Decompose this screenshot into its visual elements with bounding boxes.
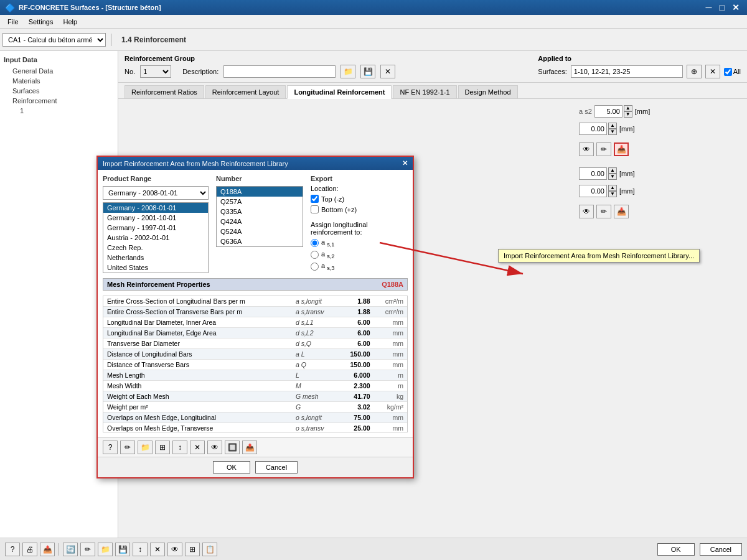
tooltip-box: Import Reinforcement Area from Mesh Rein… xyxy=(498,249,700,263)
main-cancel-button[interactable]: Cancel xyxy=(700,543,742,556)
spin-down-4[interactable]: ▼ xyxy=(608,191,617,197)
spin-input-1[interactable] xyxy=(594,105,622,118)
spin-down-3[interactable]: ▼ xyxy=(608,174,617,180)
bottom-export-btn[interactable]: 📤 xyxy=(40,543,55,556)
spin-down-2[interactable]: ▼ xyxy=(608,129,617,135)
sidebar-item-surfaces[interactable]: Surfaces xyxy=(2,86,115,96)
bottom-save-btn[interactable]: 💾 xyxy=(115,543,130,556)
bottom-vis-btn[interactable]: 👁 xyxy=(167,543,182,556)
folder-icon-btn[interactable]: 📁 xyxy=(341,65,355,78)
sidebar-item-general-data[interactable]: General Data xyxy=(2,66,115,76)
tab-longitudinal-reinforcement[interactable]: Longitudinal Reinforcement xyxy=(287,85,392,99)
number-item-3[interactable]: Q424A xyxy=(217,217,303,226)
surfaces-delete-btn[interactable]: ✕ xyxy=(705,65,720,78)
sidebar-item-materials[interactable]: Materials xyxy=(2,76,115,86)
product-item-0[interactable]: Germany - 2008-01-01 xyxy=(103,203,208,213)
radio-as3[interactable] xyxy=(311,263,319,271)
tab-nf-en[interactable]: NF EN 1992-1-1 xyxy=(393,85,456,98)
number-item-2[interactable]: Q335A xyxy=(217,207,303,217)
edit-btn-2[interactable]: ✏ xyxy=(596,205,611,218)
product-item-3[interactable]: Austria - 2002-01-01 xyxy=(103,233,208,243)
prop-label: Distance of Transverse Bars xyxy=(103,360,292,370)
number-label: Number xyxy=(216,175,303,182)
dialog-del-btn[interactable]: ✕ xyxy=(190,441,205,454)
bottom-sort-btn[interactable]: ↕ xyxy=(133,543,148,556)
module-dropdown[interactable]: CA1 - Calcul du béton armé xyxy=(2,33,106,47)
bottom-paste-btn[interactable]: 📋 xyxy=(202,543,217,556)
dialog-close-btn[interactable]: ✕ xyxy=(402,159,408,167)
section-label: 1.4 Reinforcement xyxy=(116,34,191,45)
product-item-6[interactable]: United States xyxy=(103,263,208,273)
all-checkbox[interactable] xyxy=(724,68,732,76)
sidebar-item-1[interactable]: 1 xyxy=(2,106,115,116)
top-checkbox-row: Top (-z) xyxy=(311,195,408,203)
product-item-4[interactable]: Czech Rep. xyxy=(103,243,208,253)
radio-as1[interactable] xyxy=(311,239,319,247)
spin-input-3[interactable] xyxy=(579,167,607,180)
close-button[interactable]: ✕ xyxy=(730,2,742,12)
prop-value: 6.00 xyxy=(338,317,374,328)
import-mesh-btn[interactable]: 📥 xyxy=(614,142,629,156)
tab-reinforcement-layout[interactable]: Reinforcement Layout xyxy=(205,85,286,98)
surfaces-input[interactable] xyxy=(571,65,683,78)
radio-as2[interactable] xyxy=(311,251,319,259)
bottom-print-btn[interactable]: 🖨 xyxy=(22,543,37,556)
view-btn-1[interactable]: 👁 xyxy=(579,142,594,156)
dialog-help-btn[interactable]: ? xyxy=(103,441,118,454)
dialog-cancel-button[interactable]: Cancel xyxy=(255,461,298,474)
dialog-ok-button[interactable]: OK xyxy=(213,461,250,474)
no-select[interactable]: 1 xyxy=(140,65,171,78)
spin-up-1[interactable]: ▲ xyxy=(624,105,632,111)
spin-up-2[interactable]: ▲ xyxy=(608,123,617,129)
product-dropdown[interactable]: Germany - 2008-01-01 xyxy=(103,186,209,200)
number-item-0[interactable]: Q188A xyxy=(217,187,303,197)
dialog-export-btn[interactable]: 📤 xyxy=(242,441,257,454)
surfaces-select-btn[interactable]: ⊕ xyxy=(687,65,702,78)
spin-up-4[interactable]: ▲ xyxy=(608,185,617,191)
product-item-5[interactable]: Netherlands xyxy=(103,253,208,263)
bottom-edit-btn[interactable]: ✏ xyxy=(80,543,95,556)
bottom-copy-btn[interactable]: ⊞ xyxy=(185,543,200,556)
dialog-sort-btn[interactable]: ↕ xyxy=(172,441,187,454)
dialog-render-btn[interactable]: 🔲 xyxy=(225,441,240,454)
delete-icon-btn[interactable]: ✕ xyxy=(380,65,395,78)
menu-settings[interactable]: Settings xyxy=(24,17,59,27)
top-checkbox[interactable] xyxy=(311,195,319,203)
minimize-button[interactable]: ─ xyxy=(703,2,715,12)
bottom-folder-btn[interactable]: 📁 xyxy=(98,543,113,556)
view-btn-2[interactable]: 👁 xyxy=(579,205,594,218)
number-item-4[interactable]: Q524A xyxy=(217,226,303,236)
number-item-1[interactable]: Q257A xyxy=(217,197,303,207)
prop-label: Longitudinal Bar Diameter, Inner Area xyxy=(103,317,292,328)
menu-help[interactable]: Help xyxy=(58,17,82,27)
save-icon-btn[interactable]: 💾 xyxy=(360,65,375,78)
spin-input-4[interactable] xyxy=(579,185,607,197)
bottom-del-btn[interactable]: ✕ xyxy=(150,543,165,556)
dialog-vis-btn[interactable]: 👁 xyxy=(207,441,222,454)
bottom-help-btn[interactable]: ? xyxy=(5,543,20,556)
prop-value: 150.00 xyxy=(338,360,374,370)
table-row: Weight of Each Mesh G mesh 41.70 kg xyxy=(103,391,407,402)
table-row: Entire Cross-Section of Longitudinal Bar… xyxy=(103,296,407,307)
sidebar-item-reinforcement[interactable]: Reinforcement xyxy=(2,96,115,106)
maximize-button[interactable]: □ xyxy=(717,2,727,12)
number-item-5[interactable]: Q636A xyxy=(217,236,303,246)
tab-reinforcement-ratios[interactable]: Reinforcement Ratios xyxy=(125,85,204,98)
spin-down-1[interactable]: ▼ xyxy=(624,111,632,118)
dialog-edit-btn[interactable]: ✏ xyxy=(120,441,135,454)
desc-input[interactable] xyxy=(223,65,336,78)
prop-symbol: L xyxy=(292,370,339,381)
tab-design-method[interactable]: Design Method xyxy=(458,85,518,98)
product-item-1[interactable]: Germany - 2001-10-01 xyxy=(103,213,208,223)
edit-btn-1[interactable]: ✏ xyxy=(596,142,611,156)
bottom-checkbox[interactable] xyxy=(311,205,319,213)
dialog-folder-btn[interactable]: 📁 xyxy=(138,441,153,454)
product-item-2[interactable]: Germany - 1997-01-01 xyxy=(103,223,208,233)
spin-input-2[interactable] xyxy=(579,123,607,135)
spin-up-3[interactable]: ▲ xyxy=(608,167,617,174)
import-btn-2[interactable]: 📥 xyxy=(614,205,629,218)
main-ok-button[interactable]: OK xyxy=(657,543,695,556)
menu-file[interactable]: File xyxy=(2,17,24,27)
bottom-new-btn[interactable]: 🔄 xyxy=(63,543,78,556)
dialog-copy-btn[interactable]: ⊞ xyxy=(155,441,170,454)
